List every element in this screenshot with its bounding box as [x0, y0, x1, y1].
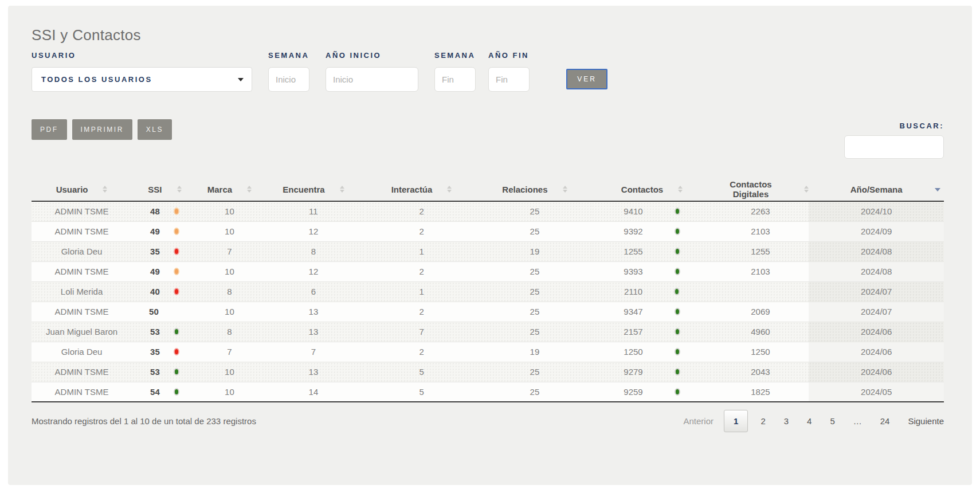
- pagination-page-4[interactable]: 4: [798, 410, 821, 432]
- interactua-cell: 1: [366, 281, 478, 302]
- contactos-status-dot-green: [675, 308, 680, 315]
- interactua-cell: 7: [366, 322, 478, 342]
- pagination-siguiente[interactable]: Siguiente: [899, 410, 944, 432]
- marca-cell: 10: [198, 261, 261, 281]
- interactua-cell: 2: [366, 201, 478, 221]
- contactos-digitales-cell: 2043: [712, 362, 809, 382]
- usuario-select[interactable]: TODOS LOS USUARIOS: [32, 67, 252, 92]
- contactos-digitales-cell: [712, 281, 809, 302]
- ssi-cell: 35: [132, 342, 198, 362]
- ssi-status-dot-none: [173, 307, 181, 316]
- sort-icon: [177, 186, 182, 193]
- sort-icon: [678, 186, 683, 193]
- column-header-usuario[interactable]: Usuario: [32, 178, 132, 201]
- contactos-status-dot-green: [675, 268, 680, 275]
- usuario-cell: Gloria Deu: [32, 342, 132, 362]
- table-row: Gloria Deu3578119125512552024/08: [32, 241, 944, 261]
- search-label: BUSCAR:: [900, 122, 944, 130]
- column-header-label: SSI: [148, 185, 162, 194]
- interactua-cell: 2: [366, 302, 478, 322]
- usuario-cell: ADMIN TSME: [32, 362, 132, 382]
- relaciones-cell: 25: [477, 221, 591, 241]
- pagination-page-24[interactable]: 24: [871, 410, 899, 432]
- ano-inicio-input[interactable]: [326, 67, 418, 92]
- ssi-status-dot-green: [174, 328, 179, 335]
- ssi-value: 40: [150, 287, 160, 296]
- ssi-status-dot-red: [174, 288, 179, 295]
- ssi-value: 35: [150, 246, 160, 256]
- marca-cell: 10: [198, 302, 261, 322]
- ssi-status-dot-red: [174, 248, 179, 255]
- column-header-encuentra[interactable]: Encuentra: [261, 178, 365, 201]
- semana-fin-input[interactable]: [434, 67, 476, 92]
- contactos-status-dot-green: [674, 288, 680, 295]
- ssi-value: 49: [150, 267, 160, 276]
- contactos-value: 1255: [624, 246, 642, 256]
- imprimir-button[interactable]: IMPRIMIR: [72, 119, 132, 140]
- usuario-cell: ADMIN TSME: [32, 201, 132, 221]
- column-header-a-o-semana[interactable]: Año/Semana: [809, 178, 944, 201]
- contactos-cell: 1255: [591, 241, 712, 261]
- contactos-cell: 9393: [591, 261, 712, 281]
- relaciones-cell: 25: [477, 362, 591, 382]
- marca-cell: 8: [198, 322, 261, 342]
- column-header-contactos[interactable]: Contactos: [591, 178, 712, 201]
- pagination-anterior[interactable]: Anterior: [677, 410, 721, 432]
- pdf-button[interactable]: PDF: [32, 119, 67, 140]
- column-header-contactos-digitales[interactable]: Contactos Digitales: [712, 178, 809, 201]
- column-header-label: Marca: [207, 185, 232, 194]
- table-row: ADMIN TSME491012225939321032024/08: [32, 261, 944, 281]
- ssi-status-dot-orange: [174, 228, 179, 235]
- ano-inicio-group: AÑO INICIO: [326, 51, 418, 92]
- ano-semana-cell: 2024/08: [809, 261, 944, 281]
- relaciones-cell: 25: [477, 201, 591, 221]
- table-footer: Mostrando registros del 1 al 10 de un to…: [32, 410, 944, 432]
- search-input[interactable]: [844, 135, 944, 159]
- column-header-marca[interactable]: Marca: [198, 178, 261, 201]
- usuario-cell: ADMIN TSME: [32, 221, 132, 241]
- contactos-status-dot-green: [675, 348, 680, 355]
- toolbar: PDF IMPRIMIR XLS BUSCAR:: [32, 119, 944, 159]
- column-header-interact-a[interactable]: Interactúa: [366, 178, 478, 201]
- relaciones-cell: 25: [477, 261, 591, 281]
- pagination-page-5[interactable]: 5: [821, 410, 844, 432]
- sort-icon: [447, 186, 452, 193]
- ano-semana-cell: 2024/07: [809, 281, 944, 302]
- ver-button[interactable]: VER: [566, 69, 607, 89]
- pagination-page-3[interactable]: 3: [775, 410, 798, 432]
- column-header-ssi[interactable]: SSI: [132, 178, 198, 201]
- interactua-cell: 2: [366, 342, 478, 362]
- ssi-value: 53: [150, 327, 160, 337]
- contactos-digitales-cell: 2069: [712, 302, 809, 322]
- contactos-value: 9392: [624, 226, 642, 236]
- column-header-label: Encuentra: [283, 185, 324, 194]
- encuentra-cell: 13: [261, 322, 365, 342]
- column-header-label: Interactúa: [391, 185, 433, 194]
- search-area: BUSCAR:: [844, 119, 944, 159]
- main-panel: SSI y Contactos USUARIO TODOS LOS USUARI…: [8, 6, 972, 485]
- ano-semana-cell: 2024/09: [809, 221, 944, 241]
- pagination-page-2[interactable]: 2: [751, 410, 774, 432]
- pagination-page-1[interactable]: 1: [724, 410, 748, 432]
- table-body: ADMIN TSME481011225941022632024/10ADMIN …: [32, 201, 944, 402]
- ano-fin-input[interactable]: [488, 67, 530, 92]
- ssi-cell: 49: [132, 261, 198, 281]
- ssi-contactos-table: UsuarioSSIMarcaEncuentraInteractúaRelaci…: [32, 178, 944, 402]
- sort-icon: [247, 186, 252, 193]
- marca-cell: 7: [198, 342, 261, 362]
- usuario-cell: ADMIN TSME: [32, 261, 132, 281]
- chevron-down-icon: [238, 78, 244, 81]
- column-header-relaciones[interactable]: Relaciones: [477, 178, 591, 201]
- contactos-status-dot-green: [675, 228, 680, 235]
- contactos-cell: 2157: [591, 322, 712, 342]
- xls-button[interactable]: XLS: [138, 119, 172, 140]
- table-row: Juan Miguel Baron53813725215749602024/06: [32, 322, 944, 342]
- ssi-cell: 53: [132, 322, 198, 342]
- marca-cell: 10: [198, 382, 261, 402]
- usuario-filter-group: USUARIO TODOS LOS USUARIOS: [32, 51, 252, 92]
- column-header-label: Usuario: [56, 185, 88, 194]
- ssi-status-dot-green: [174, 388, 179, 396]
- marca-cell: 8: [198, 281, 261, 302]
- encuentra-cell: 12: [261, 221, 365, 241]
- semana-inicio-input[interactable]: [268, 67, 309, 92]
